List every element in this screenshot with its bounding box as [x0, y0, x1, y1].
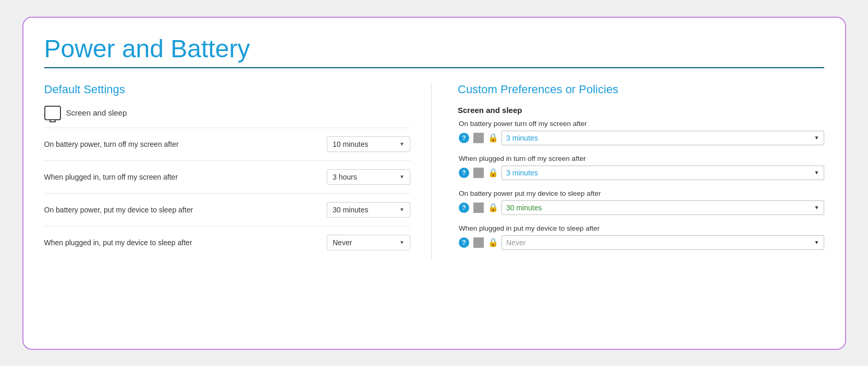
help-icon-2: ?	[459, 203, 469, 213]
policy-row-1: ? 🔒 3 minutes ▼	[458, 166, 824, 180]
lock-btn-2[interactable]: 🔒	[487, 201, 499, 214]
dropdown-arrow-3: ▼	[399, 239, 405, 245]
lock-btn-3[interactable]: 🔒	[487, 236, 499, 249]
policy-dropdown-2[interactable]: 30 minutes ▼	[502, 200, 824, 215]
default-settings-title: Default Settings	[44, 83, 411, 96]
policy-group-2: On battery power put my device to sleep …	[458, 190, 824, 215]
policy-dropdown-arrow-0: ▼	[814, 135, 820, 141]
lock-icon-0: 🔒	[488, 133, 498, 143]
policy-sublabel-1: When plugged in turn off my screen after	[459, 155, 824, 162]
setting-label-2: On battery power, put my device to sleep…	[44, 206, 193, 214]
dropdown-value-0: 10 minutes	[333, 140, 368, 148]
policy-dropdown-arrow-3: ▼	[814, 239, 820, 245]
grey-square-0	[473, 133, 484, 143]
grey-square-btn-2[interactable]	[472, 201, 485, 214]
grey-square-3	[473, 237, 484, 248]
setting-label-1: When plugged in, turn off my screen afte…	[44, 173, 178, 181]
dropdown-1[interactable]: 3 hours ▼	[327, 169, 410, 185]
grey-square-1	[473, 168, 484, 178]
dropdown-2[interactable]: 30 minutes ▼	[327, 202, 410, 218]
dropdown-0[interactable]: 10 minutes ▼	[327, 136, 410, 152]
policy-sublabel-3: When plugged in put my device to sleep a…	[459, 224, 824, 232]
lock-icon-3: 🔒	[488, 237, 498, 247]
screen-sleep-label: Screen and sleep	[66, 108, 127, 117]
policy-dropdown-3[interactable]: Never ▼	[502, 235, 824, 250]
grey-square-btn-1[interactable]	[472, 167, 485, 179]
lock-btn-0[interactable]: 🔒	[487, 132, 499, 144]
policy-value-2: 30 minutes	[506, 204, 542, 212]
lock-icon-2: 🔒	[488, 203, 498, 212]
policy-group-1: When plugged in turn off my screen after…	[458, 155, 824, 180]
left-column: Default Settings Screen and sleep On bat…	[44, 83, 432, 259]
grey-square-btn-3[interactable]	[472, 236, 485, 249]
dropdown-arrow-2: ▼	[399, 207, 405, 212]
help-button-1[interactable]: ?	[458, 167, 470, 179]
setting-label-3: When plugged in, put my device to sleep …	[44, 238, 192, 247]
setting-label-0: On battery power, turn off my screen aft…	[44, 140, 179, 148]
policy-value-1: 3 minutes	[506, 169, 538, 177]
help-icon-3: ?	[459, 237, 469, 248]
help-button-0[interactable]: ?	[458, 132, 470, 144]
help-icon-0: ?	[459, 133, 469, 143]
lock-icon-1: 🔒	[488, 168, 498, 178]
main-card: Power and Battery Default Settings Scree…	[22, 17, 846, 350]
policy-sublabel-2: On battery power put my device to sleep …	[459, 190, 824, 197]
policy-row-0: ? 🔒 3 minutes ▼	[458, 131, 824, 145]
help-icon-1: ?	[459, 168, 469, 178]
grey-square-2	[473, 203, 484, 213]
setting-row-2: On battery power, put my device to sleep…	[44, 193, 411, 226]
setting-row-1: When plugged in, turn off my screen afte…	[44, 160, 411, 193]
help-button-3[interactable]: ?	[458, 236, 470, 249]
custom-preferences-title: Custom Preferences or Policies	[458, 83, 824, 96]
policy-row-2: ? 🔒 30 minutes ▼	[458, 200, 824, 215]
right-screen-sleep-label: Screen and sleep	[458, 106, 824, 115]
policy-row-3: ? 🔒 Never ▼	[458, 235, 824, 250]
policy-dropdown-arrow-1: ▼	[814, 170, 820, 175]
dropdown-value-3: Never	[333, 238, 352, 247]
screen-sleep-header: Screen and sleep	[44, 106, 411, 120]
policy-dropdown-0[interactable]: 3 minutes ▼	[502, 131, 824, 145]
policy-sublabel-0: On battery power turn off my screen afte…	[459, 120, 824, 128]
policy-group-3: When plugged in put my device to sleep a…	[458, 224, 824, 250]
page-title: Power and Battery	[44, 34, 824, 68]
grey-square-btn-0[interactable]	[472, 132, 485, 144]
setting-row-0: On battery power, turn off my screen aft…	[44, 128, 411, 160]
dropdown-3[interactable]: Never ▼	[327, 235, 410, 250]
policy-group-0: On battery power turn off my screen afte…	[458, 120, 824, 145]
dropdown-arrow-0: ▼	[399, 141, 405, 147]
policy-dropdown-arrow-2: ▼	[814, 205, 820, 210]
policy-value-0: 3 minutes	[506, 134, 538, 142]
setting-row-3: When plugged in, put my device to sleep …	[44, 226, 411, 259]
policy-value-3: Never	[506, 238, 525, 247]
dropdown-arrow-1: ▼	[399, 174, 405, 180]
right-column: Custom Preferences or Policies Screen an…	[432, 83, 824, 259]
dropdown-value-2: 30 minutes	[333, 206, 368, 214]
screen-sleep-icon	[44, 106, 61, 120]
lock-btn-1[interactable]: 🔒	[487, 167, 499, 179]
help-button-2[interactable]: ?	[458, 201, 470, 214]
dropdown-value-1: 3 hours	[333, 173, 357, 181]
policy-dropdown-1[interactable]: 3 minutes ▼	[502, 166, 824, 180]
